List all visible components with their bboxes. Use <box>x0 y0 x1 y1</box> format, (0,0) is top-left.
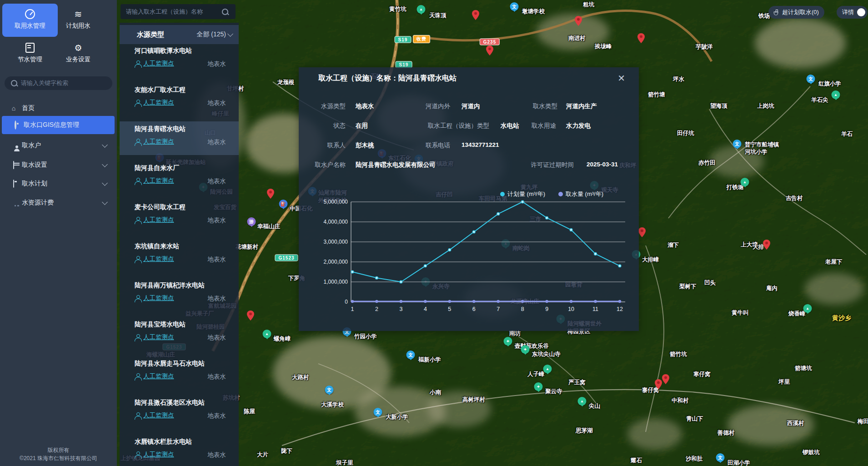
list-item[interactable]: 河口镇唱歌潭水电站 人工监测点 地表水 <box>120 43 239 77</box>
field-value: 13432771221 <box>462 141 499 148</box>
copyright: 版权所有 ©2021 珠海市仁智科技有限公司 <box>0 446 117 462</box>
red-map-pin[interactable] <box>637 33 645 45</box>
list-item[interactable]: 陆河县青磖水电站 人工监测点 地表水 <box>120 121 239 155</box>
quick-button-water-saving[interactable]: 节水管理 <box>2 37 58 70</box>
manual-monitor-link[interactable]: 人工监测点 <box>143 411 174 420</box>
sidebar-item-intake-plan[interactable]: 取水计划 <box>0 175 117 193</box>
chevron-down-icon <box>102 161 108 167</box>
manual-monitor-link[interactable]: 人工监测点 <box>143 99 174 107</box>
manual-monitor-link[interactable]: 人工监测点 <box>143 333 174 341</box>
mountain-icon[interactable]: ▲ <box>263 330 271 341</box>
list-item[interactable]: 陆河县南万镇杞洋水电站 人工监测点 地表水 <box>120 278 239 311</box>
person-icon <box>135 373 141 380</box>
chevron-down-icon[interactable] <box>227 31 233 37</box>
field-label: 取水用途 <box>461 122 556 130</box>
school-icon[interactable]: 文 <box>510 2 519 14</box>
list-item[interactable]: 麦卡公司取水工程 人工监测点 地表水 <box>120 200 239 233</box>
map-label: 羊石 <box>841 130 853 138</box>
gas-station-icon[interactable]: ⛽ <box>279 200 288 211</box>
facility-name: 陆河县自来水厂 <box>135 164 179 172</box>
over-plan-intake-button[interactable]: 超计划取水(0) <box>768 6 824 19</box>
temple-icon[interactable]: ✦ <box>521 345 530 356</box>
red-map-pin[interactable] <box>267 189 274 200</box>
search-icon[interactable] <box>222 9 228 15</box>
list-item[interactable]: 水唇镇水栏肚水电站 人工监测点 地表水 <box>120 434 239 466</box>
svg-text:12: 12 <box>617 306 623 312</box>
red-map-pin[interactable] <box>472 10 479 22</box>
school-icon[interactable]: 文 <box>374 408 382 419</box>
list-item[interactable]: 陆河县自来水厂 人工监测点 地表水 <box>120 160 239 194</box>
list-header: 水源类型 全部 (125) <box>120 25 239 44</box>
temple-icon[interactable]: ✦ <box>534 382 543 394</box>
manual-monitor-link[interactable]: 人工监测点 <box>143 60 174 68</box>
school-icon[interactable]: 文 <box>325 386 334 397</box>
menu-label: 取水口GIS信息管理 <box>24 121 79 129</box>
quick-label: 节水管理 <box>2 55 58 64</box>
quick-button-business-settings[interactable]: ⚙ 业务设置 <box>50 37 106 70</box>
svg-text:5: 5 <box>448 306 451 312</box>
facility-list-panel: 水源类型 全部 (125) 河口镇唱歌潭水电站 人工监测点 地表水友能水厂取水工… <box>120 23 239 466</box>
water-source-type: 地表水 <box>208 373 226 381</box>
person-icon <box>135 100 141 106</box>
map-label: 思茅湖 <box>576 427 593 435</box>
close-icon[interactable]: ✕ <box>617 73 625 84</box>
manual-monitor-link[interactable]: 人工监测点 <box>143 138 174 146</box>
map-label: 老屋下 <box>825 258 843 266</box>
manual-monitor-link[interactable]: 人工监测点 <box>143 294 174 302</box>
manual-monitor-link[interactable]: 人工监测点 <box>143 372 174 381</box>
quick-button-water-intake-mgmt[interactable]: 取用水管理 <box>2 4 58 37</box>
filter-all-dropdown[interactable]: 全部 (125) <box>196 30 226 39</box>
map-label: 上岗坑 <box>757 102 774 110</box>
person-icon <box>135 334 141 341</box>
list-item[interactable]: 陆河县水唇走马石水电站 人工监测点 地表水 <box>120 356 239 390</box>
gauge-icon <box>25 9 35 19</box>
red-map-pin[interactable] <box>662 374 669 386</box>
manual-monitor-link[interactable]: 人工监测点 <box>143 255 174 263</box>
mountain-icon[interactable]: ▲ <box>578 397 587 408</box>
facility-search-input[interactable]: 请输入取水工程（设施）名称 <box>120 4 236 19</box>
list-item[interactable]: 陆河县激石溪老区水电站 人工监测点 地表水 <box>120 395 239 429</box>
facility-name: 友能水厂取水工程 <box>135 86 186 94</box>
map-label: 陇下 <box>281 447 292 455</box>
mountain-icon[interactable]: ▲ <box>832 90 840 102</box>
red-map-pin[interactable] <box>247 311 254 322</box>
sidebar-item-gis-info-mgmt[interactable]: 取水口GIS信息管理 <box>2 116 115 134</box>
keyword-search-input[interactable]: 请输入关键字检索 <box>5 76 112 90</box>
sidebar-item-home[interactable]: ⌂ 首页 <box>0 99 117 117</box>
toggle-knob-icon[interactable] <box>857 8 865 16</box>
list-item[interactable]: 陆河县宝塔水电站 人工监测点 地表水 <box>120 317 239 351</box>
sidebar-item-intake-settings[interactable]: 取水设置 <box>0 156 117 174</box>
mountain-icon[interactable]: ▲ <box>803 304 812 316</box>
red-map-pin[interactable] <box>763 240 770 251</box>
manual-monitor-link[interactable]: 人工监测点 <box>143 451 174 459</box>
manual-monitor-link[interactable]: 人工监测点 <box>143 177 174 185</box>
red-map-pin[interactable] <box>486 45 493 57</box>
detail-toggle[interactable]: 详情 <box>837 6 868 19</box>
list-item[interactable]: 友能水厂取水工程 人工监测点 地表水 <box>120 82 239 116</box>
menu-label: 首页 <box>22 104 35 112</box>
school-icon[interactable]: 文 <box>733 140 742 151</box>
manual-monitor-link[interactable]: 人工监测点 <box>143 216 174 224</box>
school-icon[interactable]: 文 <box>716 453 725 465</box>
resort-icon[interactable]: 游 <box>247 217 256 229</box>
school-icon[interactable]: 文 <box>807 75 815 86</box>
person-icon <box>135 60 141 67</box>
mountain-icon[interactable]: ▲ <box>543 365 552 376</box>
map-label: 梨树下 <box>679 283 697 291</box>
map-label: 人子嶂 <box>527 371 545 378</box>
map-label: 梅田村 <box>858 418 868 426</box>
school-icon[interactable]: 文 <box>406 351 415 362</box>
quick-button-planned-water[interactable]: ≋ 计划用水 <box>50 4 106 37</box>
map-label: 羊石尖 <box>811 96 828 104</box>
facility-name: 陆河县青磖水电站 <box>135 125 186 133</box>
map-label: 锣鼓坑 <box>803 449 820 456</box>
list-item[interactable]: 东坑镇自来水站 人工监测点 地表水 <box>120 239 239 272</box>
mountain-icon[interactable]: ▲ <box>741 178 749 189</box>
red-map-pin[interactable] <box>575 16 582 28</box>
red-map-pin[interactable] <box>638 227 646 239</box>
sidebar-item-water-billing[interactable]: 水资源计费 <box>0 194 117 212</box>
temple-icon[interactable]: ✦ <box>504 337 512 348</box>
red-map-pin[interactable] <box>655 379 662 391</box>
mountain-icon[interactable]: ▲ <box>417 5 426 16</box>
sidebar-item-water-users[interactable]: 取水户 <box>0 136 117 155</box>
